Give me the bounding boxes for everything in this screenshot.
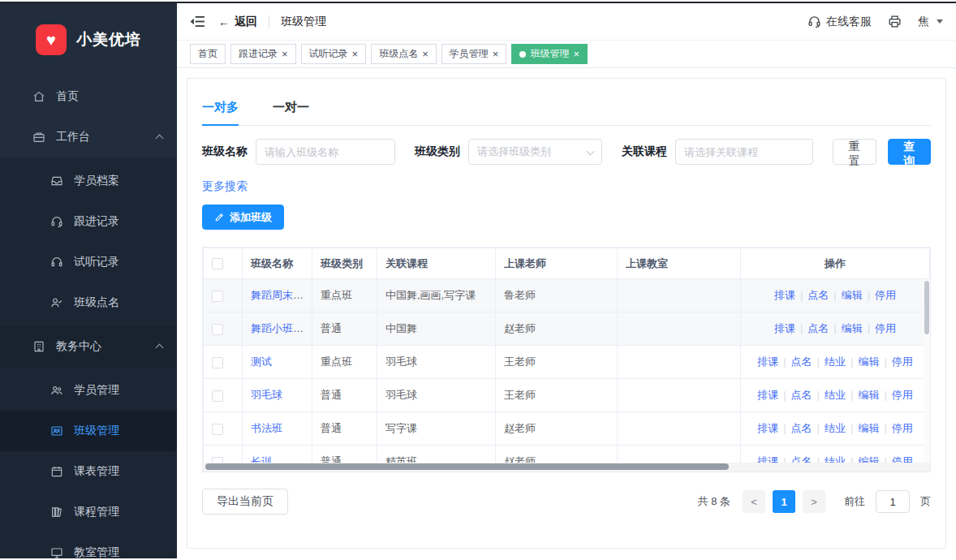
action-graduate[interactable]: 结业 — [812, 355, 846, 368]
row-checkbox[interactable] — [212, 291, 223, 302]
row-checkbox[interactable] — [212, 390, 223, 402]
class-type-select[interactable]: 请选择班级类别 — [468, 139, 602, 165]
prev-page-button[interactable]: < — [743, 490, 765, 513]
back-button[interactable]: ← 返回 — [218, 15, 257, 29]
select-all-checkbox[interactable] — [212, 258, 223, 269]
close-icon[interactable]: × — [282, 49, 288, 59]
sidebar-item-classroom-management[interactable]: 教室管理 — [0, 532, 177, 558]
sidebar-item-timetable-management[interactable]: 课表管理 — [0, 451, 177, 492]
search-button[interactable]: 查询 — [888, 139, 932, 165]
action-schedule[interactable]: 排课 — [757, 355, 778, 368]
action-rollcall[interactable]: 点名 — [778, 355, 812, 368]
class-name-link[interactable]: 书法班 — [251, 422, 282, 434]
action-disable[interactable]: 停用 — [863, 322, 896, 334]
export-current-page-button[interactable]: 导出当前页 — [202, 489, 288, 515]
class-name-link[interactable]: 长训 — [251, 455, 272, 463]
action-rollcall[interactable]: 点名 — [778, 389, 812, 401]
row-checkbox[interactable] — [212, 424, 223, 435]
action-disable[interactable]: 停用 — [879, 422, 912, 434]
sidebar-item-audition-records[interactable]: 试听记录 — [0, 242, 177, 282]
sidebar-item-class-rollcall[interactable]: 班级点名 — [0, 282, 177, 323]
action-disable[interactable]: 停用 — [879, 455, 912, 463]
sidebar-item-workbench[interactable]: 工作台 — [0, 117, 177, 157]
action-rollcall[interactable]: 点名 — [778, 455, 812, 463]
print-button[interactable] — [888, 15, 902, 28]
tag-follow-records[interactable]: 跟进记录 × — [230, 44, 296, 64]
action-disable[interactable]: 停用 — [879, 389, 912, 401]
action-graduate[interactable]: 结业 — [812, 389, 846, 401]
class-name-link[interactable]: 舞蹈小班赵老 — [251, 322, 312, 334]
linked-course-input[interactable] — [675, 139, 813, 165]
horizontal-scrollbar[interactable] — [202, 463, 931, 472]
action-edit[interactable]: 编辑 — [829, 289, 862, 301]
goto-page-input[interactable] — [876, 490, 910, 513]
action-disable[interactable]: 停用 — [879, 355, 912, 368]
action-rollcall[interactable]: 点名 — [795, 322, 829, 334]
tag-class-management[interactable]: 班级管理 × — [511, 44, 588, 64]
sidebar-item-course-management[interactable]: 课程管理 — [0, 492, 177, 532]
tag-home[interactable]: 首页 — [190, 44, 226, 64]
close-icon[interactable]: × — [573, 49, 579, 59]
action-schedule[interactable]: 排课 — [757, 389, 778, 401]
vertical-scrollbar[interactable] — [924, 279, 930, 463]
action-graduate[interactable]: 结业 — [812, 422, 846, 434]
next-page-button[interactable]: > — [803, 490, 825, 513]
action-schedule[interactable]: 排课 — [774, 289, 795, 301]
tab-one-to-one[interactable]: 一对一 — [273, 90, 309, 125]
close-icon[interactable]: × — [352, 49, 359, 59]
calendar-icon — [50, 465, 63, 478]
action-schedule[interactable]: 排课 — [774, 322, 795, 334]
class-name-link[interactable]: 舞蹈周末王老 — [251, 289, 312, 301]
action-graduate[interactable]: 结业 — [812, 455, 846, 463]
chevron-up-icon — [156, 344, 164, 352]
class-name-input[interactable] — [256, 139, 395, 165]
action-edit[interactable]: 编辑 — [846, 455, 879, 463]
row-checkbox[interactable] — [212, 457, 223, 463]
close-icon[interactable]: × — [422, 49, 428, 59]
tag-class-rollcall[interactable]: 班级点名 × — [371, 44, 437, 64]
tab-one-to-many[interactable]: 一对多 — [202, 90, 239, 125]
action-edit[interactable]: 编辑 — [829, 322, 862, 334]
online-service-button[interactable]: 在线客服 — [807, 15, 872, 29]
row-checkbox[interactable] — [212, 324, 223, 335]
tag-audition-records[interactable]: 试听记录 × — [301, 44, 367, 64]
sidebar-item-academic-center[interactable]: 教务中心 — [0, 326, 177, 367]
collapse-sidebar-icon[interactable] — [190, 15, 205, 28]
action-rollcall[interactable]: 点名 — [795, 289, 829, 301]
tag-student-management[interactable]: 学员管理 × — [441, 44, 507, 64]
action-edit[interactable]: 编辑 — [846, 389, 879, 401]
building-icon — [32, 340, 45, 353]
user-menu[interactable]: 焦 — [918, 15, 943, 29]
more-search-link[interactable]: 更多搜索 — [202, 179, 248, 194]
reset-button[interactable]: 重置 — [833, 139, 876, 165]
class-name-link[interactable]: 测试 — [251, 355, 272, 368]
sidebar-item-class-management[interactable]: 班级管理 — [0, 411, 177, 451]
sidebar-item-student-files[interactable]: 学员档案 — [0, 161, 177, 201]
action-edit[interactable]: 编辑 — [846, 355, 879, 368]
row-checkbox[interactable] — [212, 357, 223, 368]
chevron-right-icon: > — [811, 496, 817, 508]
action-schedule[interactable]: 排课 — [757, 455, 778, 463]
add-class-button[interactable]: 添加班级 — [202, 205, 284, 230]
horizontal-scrollbar-thumb[interactable] — [205, 463, 729, 470]
sidebar-item-student-management[interactable]: 学员管理 — [0, 370, 177, 411]
current-page-button[interactable]: 1 — [773, 490, 795, 513]
tags-bar: 首页 跟进记录 × 试听记录 × 班级点名 × 学员管理 × 班级管理 × — [177, 41, 956, 68]
filter-row: 班级名称 班级类别 请选择班级类别 关联课程 重置 — [202, 139, 931, 165]
sidebar-menu: 首页 工作台 学员档案 跟进记录 试听记录 — [0, 76, 177, 558]
chevron-up-icon — [156, 135, 164, 143]
class-name-link[interactable]: 羽毛球 — [251, 389, 282, 401]
action-schedule[interactable]: 排课 — [757, 422, 778, 434]
sidebar: ♥ 小美优培 首页 工作台 学员档案 跟进记录 — [0, 3, 177, 558]
close-icon[interactable]: × — [493, 49, 499, 59]
action-edit[interactable]: 编辑 — [846, 422, 879, 434]
sidebar-item-home[interactable]: 首页 — [0, 76, 177, 117]
vertical-scrollbar-thumb[interactable] — [924, 281, 929, 334]
action-rollcall[interactable]: 点名 — [778, 422, 812, 434]
heart-logo-icon: ♥ — [36, 24, 67, 55]
table-row: 书法班 普通 写字课 赵老师 排课点名结业编辑停用 — [204, 412, 930, 446]
action-disable[interactable]: 停用 — [863, 289, 896, 301]
sidebar-item-follow-records[interactable]: 跟进记录 — [0, 201, 177, 242]
col-header-room: 上课教室 — [618, 248, 741, 279]
sidebar-item-label: 班级点名 — [74, 295, 119, 310]
